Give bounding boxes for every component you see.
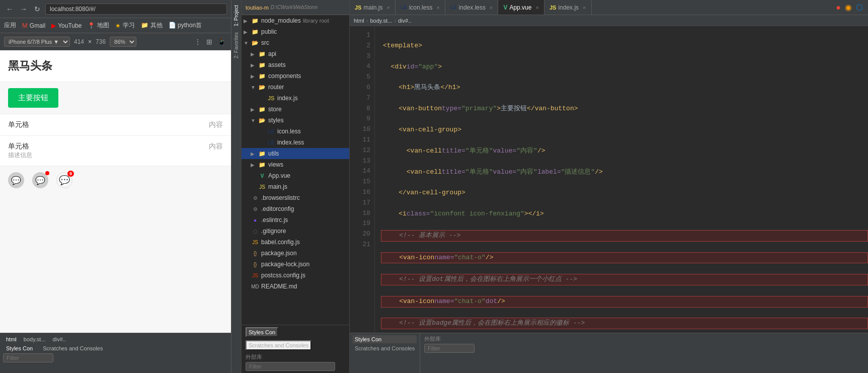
breadcrumb-div[interactable]: div#.. [398, 18, 411, 24]
file-icon-gitignore: ◌ [251, 228, 260, 235]
bookmark-gmail[interactable]: M Gmail [22, 22, 45, 29]
tree-node-src[interactable]: ▼ 📂 src [242, 37, 349, 48]
tree-node-router-index[interactable]: JS index.js [242, 93, 349, 104]
arrow-components: ▶ [251, 73, 258, 79]
tab-app-vue[interactable]: V App.vue × [498, 0, 544, 15]
tab-label-index-js: index.js [558, 4, 579, 11]
refresh-button[interactable]: ↻ [32, 4, 42, 14]
tab-main-js[interactable]: JS main.js × [350, 0, 396, 15]
tab-index-js[interactable]: JS index.js × [544, 0, 592, 15]
tab-scratches[interactable]: Scratches and Consoles [40, 344, 106, 352]
bookmark-other[interactable]: 📁 其他 [141, 21, 162, 30]
code-line-4: <van-button type="primary">主要按钮</van-but… [381, 104, 868, 114]
breadcrumb-sep2: › [394, 18, 396, 24]
eb-tab-scratches[interactable]: Scratches and Consoles [353, 344, 417, 352]
tree-node-main-js[interactable]: JS main.js [242, 181, 349, 192]
breadcrumb-row: html body.st... div#.. [3, 335, 228, 343]
folder-icon-router: 📂 [258, 84, 267, 91]
tree-node-node-modules[interactable]: ▶ 📁 node_modules library root [242, 15, 349, 26]
tree-node-public[interactable]: ▶ 📁 public [242, 26, 349, 37]
tab-icon-less[interactable]: LE icon.less × [396, 0, 445, 15]
tree-node-app-vue[interactable]: V App.vue [242, 170, 349, 181]
tree-node-styles[interactable]: ▼ 📂 styles [242, 115, 349, 126]
tab-label-index-less: index.less [459, 4, 486, 11]
tree-node-readme[interactable]: MD README.md [242, 281, 349, 292]
address-bar[interactable] [45, 4, 227, 15]
zoom-select[interactable]: 86% [110, 37, 136, 47]
bookmarks-bar: 应用 M Gmail ▶ YouTube 📍 地图 ★ 学习 📁 其他 📄 py… [0, 18, 231, 33]
eb-tab-styles[interactable]: Styles Con [353, 335, 417, 343]
tree-node-gitignore[interactable]: ◌ .gitignore [242, 226, 349, 237]
back-button[interactable]: ← [4, 4, 15, 14]
browser-icon-chrome[interactable]: ● [835, 2, 842, 13]
phone-preview: 黑马头条 主要按钮 单元格 内容 单元格 内容 描述信息 [0, 50, 231, 333]
label-readme: README.md [261, 283, 297, 290]
browser-icon-edge[interactable]: ⬡ [855, 2, 864, 13]
tree-node-views[interactable]: ▶ 📁 views [242, 159, 349, 170]
tree-node-utils[interactable]: ▶ 📁 utils [242, 148, 349, 159]
tree-node-package-lock[interactable]: {} package-lock.json [242, 259, 349, 270]
label-app-vue: App.vue [268, 172, 290, 179]
browser-icon-firefox[interactable]: ◉ [844, 2, 853, 13]
editor-content[interactable]: 12345 678910 1112131415 1617181920 21 <t… [350, 26, 868, 333]
tab-styles-con[interactable]: Styles Con [3, 344, 36, 352]
label-postcss: postcss.config.js [261, 272, 305, 279]
tree-node-eslintrc[interactable]: ● .eslintrc.js [242, 214, 349, 226]
label-browserslistrc: .browserslistrc [261, 194, 300, 201]
code-line-11: <van-icon name="chat-o" /> [381, 252, 868, 264]
more-options[interactable]: ⋮ ⊞ 📱 [193, 37, 227, 47]
bookmark-maps[interactable]: 📍 地图 [88, 21, 109, 30]
tree-node-router[interactable]: ▼ 📂 router [242, 82, 349, 93]
bottom-filter-input[interactable] [424, 344, 475, 353]
close-app-vue[interactable]: × [535, 5, 538, 11]
breadcrumb-html[interactable]: html [354, 18, 364, 24]
code-area[interactable]: <template> <div id="app"> <h1>黑马头条</h1> … [375, 26, 868, 333]
width-display: 414 [74, 38, 84, 45]
tab-scratches-console[interactable]: Scratches and Consoles [246, 340, 311, 350]
filter-input[interactable] [3, 353, 53, 362]
tab-styles-console[interactable]: Styles Con [246, 327, 278, 337]
device-select[interactable]: iPhone 6/7/8 Plus ▼ [4, 37, 70, 47]
tab-html[interactable]: html [3, 335, 20, 343]
label-eslintrc: .eslintrc.js [261, 216, 288, 223]
project-path: D:\CWork\WebStorm [271, 5, 318, 10]
forward-button[interactable]: → [18, 4, 29, 14]
cell-group: 单元格 内容 单元格 内容 描述信息 [0, 114, 231, 166]
tree-node-api[interactable]: ▶ 📁 api [242, 48, 349, 59]
side-tab-favorites[interactable]: 2: Favorites [232, 29, 240, 61]
fit-button[interactable]: ⊞ [205, 37, 213, 47]
preview-main-button[interactable]: 主要按钮 [8, 88, 58, 108]
bottom-tabs: html body.st... div#.. Styles Con Scratc… [0, 333, 231, 373]
external-lib-label: 外部库 [246, 352, 345, 362]
bookmark-study[interactable]: ★ 学习 [115, 21, 135, 30]
tree-node-postcss[interactable]: JS postcss.config.js [242, 270, 349, 281]
bookmark-apps[interactable]: 应用 [4, 21, 16, 30]
responsive-button[interactable]: 📱 [216, 37, 227, 47]
close-index-js[interactable]: × [583, 5, 586, 11]
close-index-less[interactable]: × [490, 5, 493, 11]
tab-body[interactable]: body.st... [21, 335, 49, 343]
tab-icon-app-vue: V [503, 4, 507, 11]
code-line-6: <van-cell title="单元格" value="内容" /> [381, 146, 868, 157]
tree-node-assets[interactable]: ▶ 📁 assets [242, 59, 349, 70]
tree-node-babel[interactable]: JS babel.config.js [242, 237, 349, 248]
tree-node-index-less[interactable]: LE index.less [242, 137, 349, 148]
tree-node-browserslistrc[interactable]: ⚙ .browserslistrc [242, 192, 349, 203]
side-tab-project[interactable]: 1: Project [232, 2, 240, 29]
tab-index-less[interactable]: LE index.less × [445, 0, 499, 15]
tab-div[interactable]: div#.. [50, 335, 69, 343]
breadcrumb-body[interactable]: body.st... [370, 18, 392, 24]
more-button[interactable]: ⋮ [193, 37, 202, 47]
tree-node-components[interactable]: ▶ 📁 components [242, 70, 349, 82]
bookmark-youtube[interactable]: ▶ YouTube [51, 22, 82, 29]
filetree-filter[interactable] [246, 362, 335, 371]
close-main-js[interactable]: × [386, 5, 389, 11]
tree-node-store[interactable]: ▶ 📁 store [242, 104, 349, 115]
bookmark-python[interactable]: 📄 python首 [169, 21, 202, 30]
arrow-views: ▶ [251, 162, 258, 168]
close-icon-less[interactable]: × [436, 5, 439, 11]
tree-node-editorconfig[interactable]: ⚙ .editorconfig [242, 203, 349, 214]
tab-label-main-js: main.js [363, 4, 382, 11]
tree-node-package[interactable]: {} package.json [242, 248, 349, 259]
tree-node-icon-less[interactable]: LE icon.less [242, 126, 349, 137]
